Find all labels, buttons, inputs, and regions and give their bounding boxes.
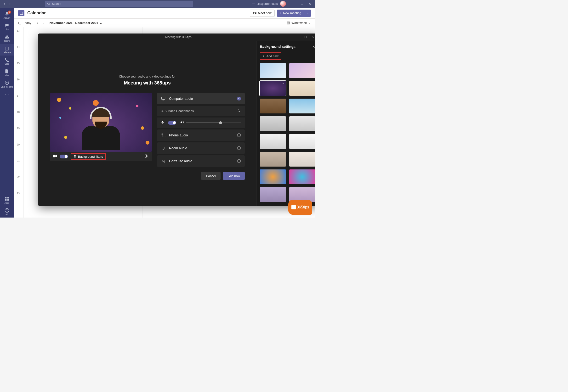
rail-help[interactable]: ? Help: [0, 206, 14, 218]
background-thumbnail[interactable]: [289, 81, 315, 96]
prev-week-icon[interactable]: ‹: [35, 21, 40, 25]
radio-selected-icon: [237, 97, 241, 100]
search-placeholder: Search: [52, 2, 61, 5]
new-meeting-button[interactable]: + New meeting: [277, 10, 304, 17]
video-preview-column: ⠿ Background filters: [50, 93, 152, 167]
avatar[interactable]: [280, 1, 286, 7]
rail-divider: [4, 100, 10, 100]
hour-label: 16: [17, 78, 20, 81]
hour-label: 13: [17, 29, 20, 32]
page-title: Calendar: [27, 11, 46, 15]
svg-rect-10: [5, 199, 7, 201]
radio-icon: [237, 159, 241, 163]
background-thumbnail[interactable]: [289, 134, 315, 149]
join-now-button[interactable]: Join now: [223, 172, 245, 180]
background-thumbnail[interactable]: [289, 152, 315, 167]
background-thumbnail[interactable]: [260, 81, 286, 96]
background-thumbnail[interactable]: [289, 63, 315, 78]
rail-calls[interactable]: Calls: [0, 56, 14, 67]
view-picker[interactable]: Work week ⌄: [287, 21, 311, 25]
rail-activity[interactable]: Activity 1: [0, 10, 14, 21]
modal-minimize-icon[interactable]: ─: [294, 34, 301, 40]
svg-rect-17: [19, 22, 21, 24]
phone-icon: [5, 57, 9, 62]
chevron-down-icon: ⌄: [308, 21, 311, 25]
nav-forward-icon[interactable]: ›: [8, 1, 13, 6]
rail-more-icon[interactable]: ⋯: [5, 92, 9, 97]
add-new-button[interactable]: + Add new: [260, 52, 281, 60]
camera-toggle[interactable]: [60, 154, 68, 158]
modal-close-icon[interactable]: ✕: [310, 34, 315, 40]
svg-point-2: [5, 35, 7, 37]
rail-help-label: Help: [5, 213, 9, 216]
hour-label: 18: [17, 111, 20, 113]
new-meeting-dropdown[interactable]: ⌄: [304, 10, 311, 17]
calendar-icon: [5, 46, 9, 51]
background-thumbnail[interactable]: [289, 116, 315, 131]
video-icon: [253, 12, 256, 15]
setup-area: Choose your audio and video settings for…: [38, 41, 256, 206]
volume-slider[interactable]: [186, 123, 241, 123]
date-range-picker[interactable]: November 2021 - December 2021 ⌄: [50, 21, 102, 25]
window-minimize-icon[interactable]: ─: [290, 1, 297, 6]
cancel-button[interactable]: Cancel: [201, 172, 220, 180]
svg-rect-31: [162, 147, 165, 149]
rail-calendar-label: Calendar: [3, 51, 12, 54]
search-icon: [47, 2, 50, 5]
chevron-down-icon: ⌄: [100, 21, 102, 25]
svg-rect-18: [287, 22, 290, 24]
svg-rect-23: [162, 97, 165, 99]
svg-point-3: [7, 35, 8, 37]
more-icon[interactable]: ⋯: [252, 2, 255, 5]
no-audio-option[interactable]: Don't use audio: [157, 155, 245, 167]
window-maximize-icon[interactable]: ☐: [298, 1, 305, 6]
background-thumbnail[interactable]: [260, 63, 286, 78]
audio-device-row[interactable]: 3- Surface Headphones: [157, 106, 245, 116]
background-thumbnail[interactable]: [260, 187, 286, 202]
meet-now-button[interactable]: Meet now: [250, 10, 275, 17]
window-close-icon[interactable]: ✕: [306, 1, 313, 6]
background-thumbnail[interactable]: [260, 98, 286, 113]
rail-teams[interactable]: Teams: [0, 33, 14, 44]
username-label: JasperBernaers: [257, 2, 278, 5]
apps-icon: [5, 196, 9, 201]
close-icon[interactable]: ✕: [312, 45, 315, 49]
background-thumbnail[interactable]: [289, 98, 315, 113]
gear-icon[interactable]: [145, 154, 149, 159]
next-week-icon[interactable]: ›: [41, 21, 46, 25]
today-button[interactable]: Today: [18, 21, 31, 25]
rail-chat[interactable]: Chat: [0, 21, 14, 33]
modal-maximize-icon[interactable]: ☐: [302, 34, 309, 40]
hour-label: 23: [17, 192, 20, 195]
background-thumbnail[interactable]: [260, 116, 286, 131]
rail-viva[interactable]: Viva Insights: [0, 79, 14, 90]
background-thumbnail[interactable]: [260, 134, 286, 149]
rail-files[interactable]: Files: [0, 67, 14, 79]
plus-icon: +: [280, 11, 282, 15]
background-thumbnail[interactable]: [260, 152, 286, 167]
phone-audio-option[interactable]: Phone audio: [157, 129, 245, 141]
rail-apps[interactable]: Apps: [0, 195, 14, 206]
svg-point-22: [146, 155, 147, 157]
settings-sliders-icon[interactable]: [237, 109, 241, 113]
calendar-header: Calendar Meet now + New meeting ⌄: [14, 8, 315, 19]
svg-rect-9: [7, 197, 9, 199]
background-thumbnail[interactable]: [260, 169, 286, 184]
background-filters-button[interactable]: ⠿ Background filters: [71, 153, 106, 160]
computer-audio-option[interactable]: Computer audio: [157, 93, 245, 104]
svg-line-1: [49, 4, 50, 5]
rail-activity-label: Activity: [4, 17, 11, 19]
hour-label: 17: [17, 94, 20, 97]
audio-options-column: Computer audio 3- Surface Headphones: [157, 93, 245, 167]
365tips-badge: 365tips: [288, 200, 312, 215]
mic-toggle[interactable]: [168, 121, 176, 125]
room-audio-option[interactable]: Room audio: [157, 142, 245, 154]
nav-back-icon[interactable]: ‹: [2, 1, 7, 6]
background-thumbnail[interactable]: [289, 169, 315, 184]
no-audio-icon: [161, 159, 166, 163]
search-input[interactable]: Search: [45, 1, 193, 7]
rail-calendar[interactable]: Calendar: [0, 44, 14, 56]
svg-rect-8: [5, 197, 7, 199]
radio-icon: [237, 133, 241, 137]
hour-label: 15: [17, 62, 20, 65]
